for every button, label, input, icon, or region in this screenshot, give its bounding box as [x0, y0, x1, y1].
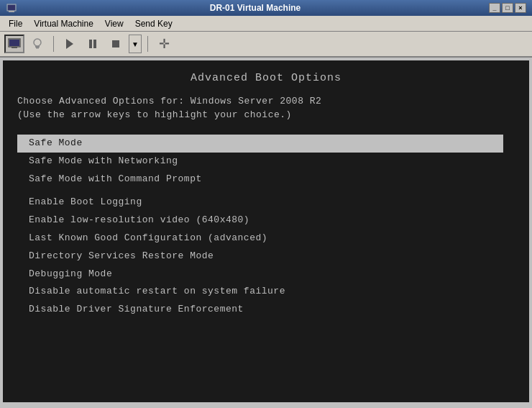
toolbar-sep-2	[147, 36, 148, 52]
menu-send-key[interactable]: Send Key	[129, 17, 178, 30]
svg-rect-8	[36, 47, 39, 49]
title-bar: DR-01 Virtual Machine _ □ ×	[0, 0, 532, 16]
window-title: DR-01 Virtual Machine	[22, 3, 489, 13]
boot-options-list: Safe Mode Safe Mode with Networking Safe…	[17, 135, 515, 319]
menu-view[interactable]: View	[99, 17, 129, 30]
screen-subtitle2: (Use the arrow keys to highlight your ch…	[17, 109, 515, 120]
svg-rect-5	[9, 40, 19, 46]
option-disable-restart[interactable]: Disable automatic restart on system fail…	[17, 283, 515, 301]
svg-rect-2	[8, 5, 15, 10]
minimize-button[interactable]: _	[489, 3, 500, 13]
screen-subtitle1: Choose Advanced Options for: Windows Ser…	[17, 96, 515, 106]
move-button[interactable]: ✛	[154, 35, 174, 53]
pause-button[interactable]	[83, 35, 103, 53]
boot-option-group-2: Enable Boot Logging Enable low-resolutio…	[17, 194, 515, 319]
svg-rect-7	[35, 46, 40, 47]
option-enable-boot-logging[interactable]: Enable Boot Logging	[17, 194, 515, 212]
stop-button[interactable]	[106, 35, 126, 53]
window-controls[interactable]: _ □ ×	[489, 3, 526, 13]
option-debugging-mode[interactable]: Debugging Mode	[17, 266, 515, 284]
menu-bar: File Virtual Machine View Send Key	[0, 16, 532, 32]
maximize-button[interactable]: □	[502, 3, 513, 13]
toolbar: ▼ ✛	[0, 32, 532, 58]
menu-file[interactable]: File	[3, 17, 28, 30]
bulb-button[interactable]	[27, 35, 47, 53]
menu-virtual-machine[interactable]: Virtual Machine	[28, 17, 99, 30]
svg-marker-9	[66, 39, 73, 49]
close-button[interactable]: ×	[515, 3, 526, 13]
toolbar-sep-1	[53, 36, 54, 52]
option-safe-mode-command[interactable]: Safe Mode with Command Prompt	[17, 171, 515, 189]
svg-rect-4	[12, 47, 17, 48]
svg-rect-11	[93, 40, 96, 48]
dropdown-arrow[interactable]: ▼	[129, 35, 142, 53]
svg-rect-12	[112, 40, 119, 47]
option-last-known-good[interactable]: Last Known Good Configuration (advanced)	[17, 230, 515, 248]
screen-title: Advanced Boot Options	[17, 72, 515, 84]
toolbar-dropdown[interactable]: ▼	[129, 35, 142, 53]
option-disable-driver[interactable]: Disable Driver Signature Enforcement	[17, 301, 515, 319]
svg-point-6	[34, 39, 41, 46]
boot-option-group-1: Safe Mode Safe Mode with Networking Safe…	[17, 135, 515, 188]
vm-screen: Advanced Boot Options Choose Advanced Op…	[3, 60, 529, 402]
option-directory-services[interactable]: Directory Services Restore Mode	[17, 248, 515, 266]
option-safe-mode-networking[interactable]: Safe Mode with Networking	[17, 153, 515, 171]
app-icon	[6, 2, 17, 14]
option-low-resolution[interactable]: Enable low-resolution video (640x480)	[17, 212, 515, 230]
play-button[interactable]	[60, 35, 80, 53]
screen-button[interactable]	[4, 35, 24, 53]
svg-rect-1	[9, 11, 14, 12]
svg-rect-10	[89, 40, 92, 48]
option-safe-mode[interactable]: Safe Mode	[17, 135, 503, 153]
